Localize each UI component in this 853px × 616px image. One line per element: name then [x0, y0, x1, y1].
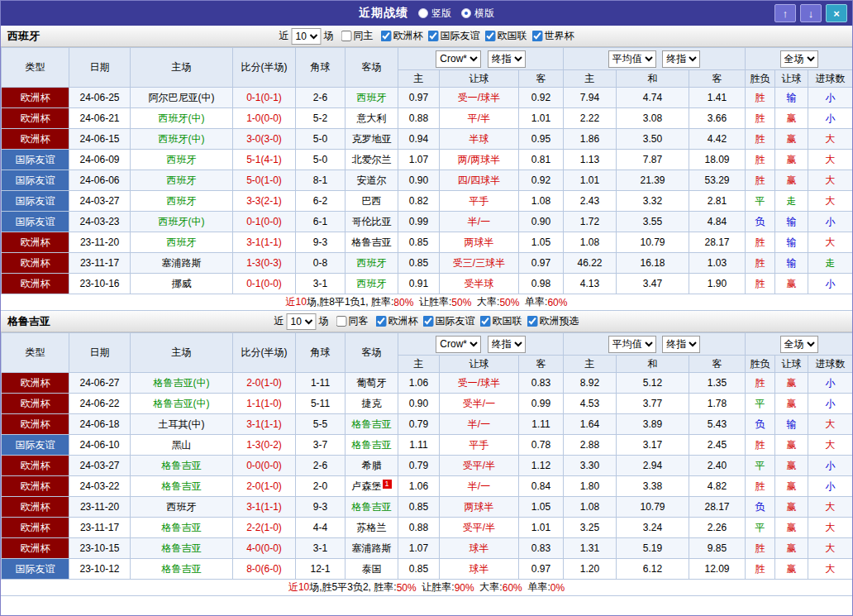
- match-row: 国际友谊24-06-10黑山1-3(0-2)3-7格鲁吉亚1.11平手0.782…: [2, 435, 853, 456]
- handicap-home-odds: 0.82: [398, 191, 440, 212]
- result-handicap: 输: [775, 88, 808, 108]
- competition-checkbox[interactable]: [381, 31, 392, 41]
- competition-checkbox[interactable]: [428, 31, 439, 41]
- avg-home-odds: 4.53: [564, 394, 617, 414]
- corners: 6-2: [296, 191, 345, 212]
- home-team: 西班牙: [131, 232, 233, 253]
- summary-text: 50%: [451, 297, 471, 308]
- result-goals: 大: [808, 497, 853, 518]
- result-outcome: 平: [746, 456, 775, 476]
- matches-label: 场: [324, 29, 334, 43]
- result-outcome: 胜: [746, 88, 775, 108]
- close-button[interactable]: ×: [826, 4, 847, 22]
- match-type: 国际友谊: [2, 212, 69, 232]
- radio-icon[interactable]: [418, 8, 428, 18]
- result-handicap: 赢: [775, 274, 808, 294]
- match-count-select[interactable]: 10: [287, 313, 317, 330]
- handicap-line: 半球: [440, 129, 519, 150]
- result-handicap: 赢: [775, 456, 808, 476]
- avg-draw-odds: 3.50: [617, 129, 689, 150]
- bookmaker-select[interactable]: Crow*: [436, 336, 481, 353]
- scope-select[interactable]: 全场: [780, 50, 818, 68]
- competition-filter[interactable]: 欧国联: [475, 314, 522, 328]
- titlebar-center: 近期战绩 竖版 横版: [1, 1, 852, 26]
- match-type: 欧洲杯: [2, 274, 69, 294]
- competition-checkbox[interactable]: [423, 316, 434, 327]
- away-team: 泰国: [345, 559, 398, 580]
- avg-away-odds: 1.41: [689, 88, 746, 108]
- europe-stage-select[interactable]: 终指: [662, 336, 700, 353]
- summary-text: 单率:: [519, 295, 547, 309]
- competition-filter[interactable]: 国际友谊: [418, 314, 475, 328]
- match-type: 欧洲杯: [2, 538, 69, 559]
- europe-stage-select[interactable]: 终指: [662, 50, 700, 68]
- avg-away-odds: 1.90: [689, 274, 746, 294]
- match-count-select[interactable]: 10: [292, 28, 322, 45]
- avg-away-odds: 4.82: [689, 476, 746, 497]
- avg-away-odds: 5.43: [689, 414, 746, 435]
- avg-away-odds: 4.84: [689, 212, 746, 232]
- handicap-stage-select[interactable]: 终指: [488, 336, 526, 353]
- scope-select[interactable]: 全场: [780, 336, 818, 353]
- layout-horizontal-option[interactable]: 横版: [461, 7, 494, 21]
- handicap-home-odds: 1.07: [398, 538, 440, 559]
- match-date: 24-03-27: [69, 456, 131, 476]
- result-goals: 大: [808, 435, 853, 456]
- match-type: 欧洲杯: [2, 476, 69, 497]
- result-goals: 小: [808, 108, 853, 129]
- competition-checkbox[interactable]: [485, 31, 496, 41]
- competition-filter[interactable]: 欧洲杯: [371, 314, 418, 328]
- result-outcome: 胜: [746, 170, 775, 191]
- bookmaker-select[interactable]: Crow*: [436, 50, 481, 68]
- competition-checkbox[interactable]: [527, 316, 538, 327]
- handicap-line: 球半: [440, 559, 519, 580]
- competition-filter[interactable]: 国际友谊: [423, 29, 480, 43]
- col-result-handicap: 让球: [775, 356, 808, 373]
- competition-filter[interactable]: 欧洲杯: [376, 29, 423, 43]
- radio-icon[interactable]: [461, 8, 471, 18]
- match-date: 23-11-20: [69, 232, 131, 253]
- europe-odds-select[interactable]: 平均值: [608, 336, 656, 353]
- layout-vertical-option[interactable]: 竖版: [418, 7, 451, 21]
- europe-odds-select[interactable]: 平均值: [608, 50, 656, 68]
- section-summary: 近10场,胜5平3负2, 胜率:50% 让胜率:90% 大率:60% 单率:0%: [1, 580, 852, 596]
- competition-checkbox[interactable]: [376, 316, 387, 327]
- match-type: 欧洲杯: [2, 518, 69, 538]
- handicap-line: 平手: [440, 191, 519, 212]
- match-row: 欧洲杯23-11-20西班牙3-1(1-1)9-3格鲁吉亚0.85两球半1.05…: [2, 497, 853, 518]
- move-up-button[interactable]: ↑: [774, 4, 796, 22]
- match-type: 国际友谊: [2, 170, 69, 191]
- result-scope-group: 全场: [746, 48, 853, 70]
- handicap-stage-select[interactable]: 终指: [488, 50, 526, 68]
- match-row: 欧洲杯24-03-22格鲁吉亚2-0(1-0)2-0卢森堡11.06半/一0.8…: [2, 476, 853, 497]
- move-down-button[interactable]: ↓: [800, 4, 822, 22]
- competition-filter[interactable]: 欧国联: [480, 29, 527, 43]
- competition-checkbox[interactable]: [480, 316, 491, 327]
- col-result-goals: 进球数: [808, 356, 853, 373]
- handicap-away-odds: 0.92: [519, 88, 564, 108]
- competition-label: 国际友谊: [441, 29, 480, 43]
- handicap-away-odds: 1.11: [519, 414, 564, 435]
- competition-filter[interactable]: 世界杯: [527, 29, 574, 43]
- home-team: 格鲁吉亚: [131, 456, 233, 476]
- handicap-line: 平/半: [440, 108, 519, 129]
- same-home-checkbox[interactable]: [336, 316, 347, 327]
- avg-home-odds: 2.88: [564, 435, 617, 456]
- match-date: 23-10-16: [69, 274, 131, 294]
- avg-home-odds: 3.30: [564, 456, 617, 476]
- result-handicap: 赢: [775, 150, 808, 170]
- same-home-filter[interactable]: 同客: [331, 314, 369, 328]
- match-date: 24-03-22: [69, 476, 131, 497]
- same-home-filter[interactable]: 同主: [336, 29, 374, 43]
- match-date: 24-06-06: [69, 170, 131, 191]
- match-type: 欧洲杯: [2, 394, 69, 414]
- away-team: 巴西: [345, 191, 398, 212]
- result-goals: 小: [808, 274, 853, 294]
- col-avg-home: 主: [564, 70, 617, 88]
- result-handicap: 赢: [775, 476, 808, 497]
- competition-checkbox[interactable]: [532, 31, 543, 41]
- avg-draw-odds: 3.08: [617, 108, 689, 129]
- same-home-checkbox[interactable]: [341, 31, 352, 41]
- competition-filter[interactable]: 欧洲预选: [522, 314, 579, 328]
- avg-home-odds: 4.13: [564, 274, 617, 294]
